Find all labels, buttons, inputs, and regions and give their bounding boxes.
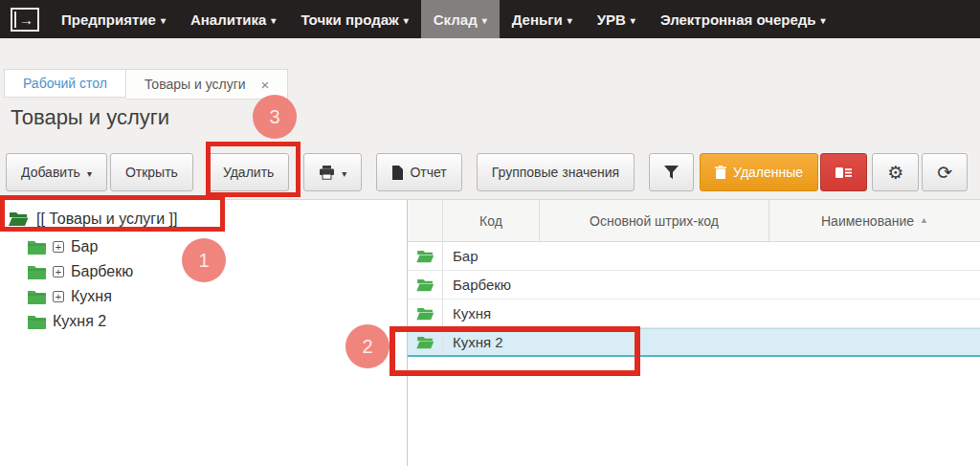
expand-plus-icon[interactable]: + — [53, 266, 64, 277]
catalog-book-icon — [835, 166, 852, 179]
column-header-label: Наименование — [821, 213, 914, 229]
open-folder-icon — [416, 336, 434, 349]
category-tree: [[ Товары и услуги ]] + Бар + Барбекю + … — [0, 200, 406, 334]
folder-icon — [27, 240, 46, 255]
column-header-name[interactable]: Наименование ▲ — [769, 200, 980, 241]
tree-root-goods-and-services[interactable]: [[ Товары и услуги ]] — [0, 204, 406, 234]
expand-plus-icon[interactable]: + — [53, 291, 64, 302]
toolbar: Добавить ▾ Открыть Удалить ▾ Отчет Групп… — [6, 153, 968, 191]
printer-icon — [319, 166, 335, 180]
chevron-down-icon: ▾ — [342, 168, 346, 179]
row-icon-cell — [408, 329, 443, 355]
row-name: Кухня 2 — [443, 334, 503, 350]
folder-icon — [27, 290, 46, 304]
menu-item-warehouse[interactable]: Склад ▾ — [421, 0, 500, 38]
menu-item-enterprise[interactable]: Предприятие ▾ — [49, 0, 178, 38]
goods-table: Код Основной штрих-код Наименование ▲ Ба… — [408, 200, 980, 357]
trash-icon — [715, 166, 726, 179]
open-folder-icon — [416, 307, 434, 321]
table-row-kitchen-2[interactable]: Кухня 2 — [408, 328, 980, 357]
menu-item-label: Предприятие — [61, 11, 156, 28]
print-button[interactable]: ▾ — [303, 153, 362, 191]
menu-item-label: Деньги — [512, 11, 563, 28]
folder-icon — [27, 265, 46, 279]
row-icon-cell — [408, 242, 443, 270]
arrow-right-icon: → — [19, 12, 33, 27]
close-icon[interactable]: × — [261, 78, 270, 92]
tab-strip: Рабочий стол Товары и услуги × — [4, 69, 288, 100]
row-name: Бар — [443, 248, 479, 264]
delete-button[interactable]: Удалить — [208, 153, 289, 191]
column-header-code[interactable]: Код — [443, 200, 540, 241]
deleted-items-button[interactable]: Удаленные — [700, 153, 818, 191]
filter-button[interactable] — [649, 153, 694, 191]
page-title: Товары и услуги — [11, 105, 169, 130]
column-header-label: Основной штрих-код — [590, 213, 719, 229]
menu-item-label: Склад — [434, 11, 478, 28]
tree-item-label: Бар — [71, 238, 98, 255]
add-button[interactable]: Добавить ▾ — [6, 153, 107, 191]
refresh-button[interactable]: ⟳ — [922, 153, 968, 191]
content-area: [[ Товары и услуги ]] + Бар + Барбекю + … — [0, 199, 980, 466]
annotation-step-3-badge: 3 — [253, 95, 297, 139]
report-button-label: Отчет — [410, 165, 446, 180]
tree-item-kitchen-2[interactable]: Кухня 2 — [0, 309, 406, 334]
row-name: Кухня — [443, 305, 491, 322]
tab-label: Товары и услуги — [145, 77, 246, 92]
column-header-barcode[interactable]: Основной штрих-код — [540, 200, 769, 241]
row-icon-cell — [408, 300, 443, 327]
delete-button-label: Удалить — [223, 165, 274, 180]
tree-item-label: Кухня — [71, 288, 112, 305]
table-row-kitchen[interactable]: Кухня — [408, 300, 980, 328]
group-values-button[interactable]: Групповые значения — [477, 153, 635, 191]
column-header-label: Код — [479, 213, 502, 229]
settings-button[interactable]: ⚙ — [872, 153, 919, 191]
chevron-down-icon: ▾ — [482, 15, 487, 26]
chevron-down-icon: ▾ — [271, 15, 276, 26]
report-button[interactable]: Отчет — [376, 153, 461, 191]
menu-item-analytics[interactable]: Аналитика ▾ — [178, 0, 288, 38]
open-folder-icon — [416, 250, 434, 263]
tab-goods-and-services[interactable]: Товары и услуги × — [126, 69, 288, 100]
tab-desktop[interactable]: Рабочий стол — [4, 69, 126, 98]
chevron-down-icon: ▾ — [404, 15, 409, 26]
menu-item-money[interactable]: Деньги ▾ — [500, 0, 585, 38]
column-header-icon[interactable] — [408, 200, 443, 241]
registry-button[interactable] — [820, 153, 867, 191]
gear-icon: ⚙ — [887, 164, 903, 182]
menu-item-label: УРВ — [597, 11, 626, 28]
menu-item-urv[interactable]: УРВ ▾ — [585, 0, 648, 38]
refresh-icon: ⟳ — [937, 164, 952, 182]
menu-item-label: Аналитика — [190, 11, 266, 28]
group-values-label: Групповые значения — [492, 165, 619, 180]
tree-item-label: Кухня 2 — [53, 313, 106, 330]
tree-item-bar[interactable]: + Бар — [0, 234, 406, 259]
top-menu-bar: → Предприятие ▾ Аналитика ▾ Точки продаж… — [0, 0, 980, 38]
menu-item-points-of-sale[interactable]: Точки продаж ▾ — [288, 0, 420, 38]
document-icon — [391, 166, 403, 180]
open-folder-icon — [9, 211, 29, 227]
chevron-down-icon: ▾ — [87, 168, 92, 179]
menu-item-electronic-queue[interactable]: Электронная очередь ▾ — [648, 0, 838, 38]
chevron-down-icon: ▾ — [631, 15, 635, 26]
tree-item-barbecue[interactable]: + Барбекю — [0, 259, 406, 284]
table-header: Код Основной штрих-код Наименование ▲ — [408, 200, 980, 242]
chevron-down-icon: ▾ — [568, 15, 572, 26]
menu-item-label: Электронная очередь — [660, 11, 816, 28]
open-button-label: Открыть — [125, 165, 178, 180]
chevron-down-icon: ▾ — [161, 15, 166, 26]
row-name: Барбекю — [443, 277, 511, 293]
chevron-down-icon: ▾ — [821, 15, 826, 26]
open-folder-icon — [416, 278, 434, 292]
add-button-label: Добавить — [21, 165, 80, 180]
table-row-bar[interactable]: Бар — [408, 242, 980, 271]
tree-root-label: [[ Товары и услуги ]] — [36, 211, 177, 228]
expand-plus-icon[interactable]: + — [53, 241, 64, 253]
sidebar-toggle-button[interactable]: → — [11, 8, 39, 32]
open-button[interactable]: Открыть — [110, 153, 193, 191]
tree-item-kitchen[interactable]: + Кухня — [0, 284, 406, 309]
table-row-barbecue[interactable]: Барбекю — [408, 271, 980, 300]
folder-icon — [27, 315, 46, 329]
row-icon-cell — [408, 271, 443, 299]
tree-item-label: Барбекю — [71, 263, 133, 280]
